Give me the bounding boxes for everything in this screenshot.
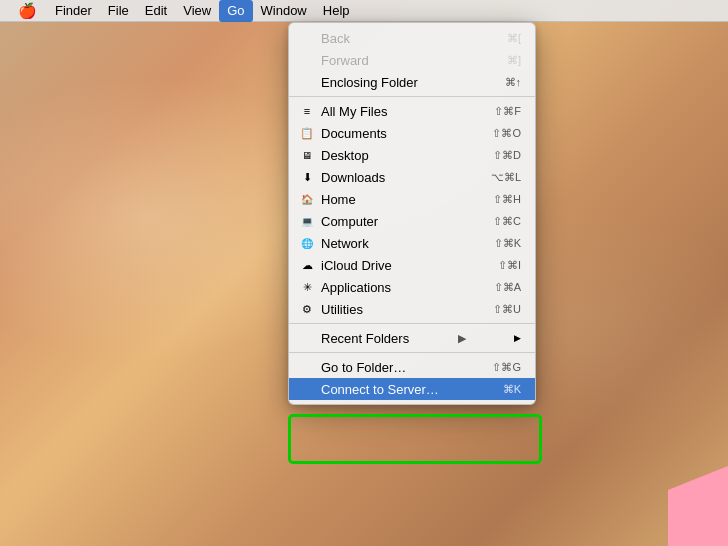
menu-item-icloud[interactable]: ☁ iCloud Drive ⇧⌘I [289, 254, 535, 276]
menu-item-enclosing-folder[interactable]: Enclosing Folder ⌘↑ [289, 71, 535, 93]
menu-item-applications[interactable]: ✳ Applications ⇧⌘A [289, 276, 535, 298]
menubar-window[interactable]: Window [253, 0, 315, 22]
forward-shortcut: ⌘] [507, 54, 521, 67]
menu-item-desktop[interactable]: 🖥 Desktop ⇧⌘D [289, 144, 535, 166]
menu-item-utilities[interactable]: ⚙ Utilities ⇧⌘U [289, 298, 535, 320]
network-icon: 🌐 [299, 235, 315, 251]
menubar-go[interactable]: Go [219, 0, 252, 22]
network-label: Network [321, 236, 369, 251]
menu-item-home[interactable]: 🏠 Home ⇧⌘H [289, 188, 535, 210]
computer-shortcut: ⇧⌘C [493, 215, 521, 228]
documents-icon: 📋 [299, 125, 315, 141]
menu-item-network[interactable]: 🌐 Network ⇧⌘K [289, 232, 535, 254]
desktop-icon: 🖥 [299, 147, 315, 163]
menu-item-downloads[interactable]: ⬇ Downloads ⌥⌘L [289, 166, 535, 188]
connect-icon [299, 381, 315, 397]
menu-item-documents[interactable]: 📋 Documents ⇧⌘O [289, 122, 535, 144]
back-label: Back [321, 31, 350, 46]
menu-item-computer[interactable]: 💻 Computer ⇧⌘C [289, 210, 535, 232]
computer-label: Computer [321, 214, 378, 229]
goto-shortcut: ⇧⌘G [492, 361, 521, 374]
downloads-icon: ⬇ [299, 169, 315, 185]
all-files-label: All My Files [321, 104, 387, 119]
desktop-label: Desktop [321, 148, 369, 163]
goto-icon [299, 359, 315, 375]
recent-icon [299, 330, 315, 346]
downloads-label: Downloads [321, 170, 385, 185]
documents-label: Documents [321, 126, 387, 141]
recent-arrow: ▶ [458, 332, 466, 345]
recent-label: Recent Folders [321, 331, 409, 346]
forward-label: Forward [321, 53, 369, 68]
menubar-edit[interactable]: Edit [137, 0, 175, 22]
network-shortcut: ⇧⌘K [494, 237, 521, 250]
menubar-file[interactable]: File [100, 0, 137, 22]
documents-shortcut: ⇧⌘O [492, 127, 521, 140]
menu-item-go-to-folder[interactable]: Go to Folder… ⇧⌘G [289, 356, 535, 378]
utilities-shortcut: ⇧⌘U [493, 303, 521, 316]
menu-item-recent-folders[interactable]: Recent Folders ▶ [289, 327, 535, 349]
applications-shortcut: ⇧⌘A [494, 281, 521, 294]
enclosing-icon [299, 74, 315, 90]
computer-icon: 💻 [299, 213, 315, 229]
back-shortcut: ⌘[ [507, 32, 521, 45]
menubar-view[interactable]: View [175, 0, 219, 22]
applications-label: Applications [321, 280, 391, 295]
connect-shortcut: ⌘K [503, 383, 521, 396]
separator-3 [289, 352, 535, 353]
menu-item-back[interactable]: Back ⌘[ [289, 27, 535, 49]
enclosing-label: Enclosing Folder [321, 75, 418, 90]
home-label: Home [321, 192, 356, 207]
separator-1 [289, 96, 535, 97]
icloud-shortcut: ⇧⌘I [498, 259, 521, 272]
icloud-icon: ☁ [299, 257, 315, 273]
utilities-label: Utilities [321, 302, 363, 317]
forward-icon [299, 52, 315, 68]
all-files-shortcut: ⇧⌘F [494, 105, 521, 118]
downloads-shortcut: ⌥⌘L [491, 171, 521, 184]
menu-item-forward[interactable]: Forward ⌘] [289, 49, 535, 71]
home-icon: 🏠 [299, 191, 315, 207]
menubar-finder[interactable]: Finder [47, 0, 100, 22]
connect-label: Connect to Server… [321, 382, 439, 397]
home-shortcut: ⇧⌘H [493, 193, 521, 206]
apple-menu[interactable]: 🍎 [8, 0, 47, 22]
all-files-icon: ≡ [299, 103, 315, 119]
desktop-shortcut: ⇧⌘D [493, 149, 521, 162]
menu-item-connect-server[interactable]: Connect to Server… ⌘K [289, 378, 535, 400]
menubar-help[interactable]: Help [315, 0, 358, 22]
goto-label: Go to Folder… [321, 360, 406, 375]
applications-icon: ✳ [299, 279, 315, 295]
enclosing-shortcut: ⌘↑ [505, 76, 522, 89]
separator-2 [289, 323, 535, 324]
menubar: 🍎 Finder File Edit View Go Window Help [0, 0, 728, 22]
menu-item-all-files[interactable]: ≡ All My Files ⇧⌘F [289, 100, 535, 122]
go-menu-dropdown: Back ⌘[ Forward ⌘] Enclosing Folder ⌘↑ ≡… [288, 22, 536, 405]
back-icon [299, 30, 315, 46]
utilities-icon: ⚙ [299, 301, 315, 317]
icloud-label: iCloud Drive [321, 258, 392, 273]
